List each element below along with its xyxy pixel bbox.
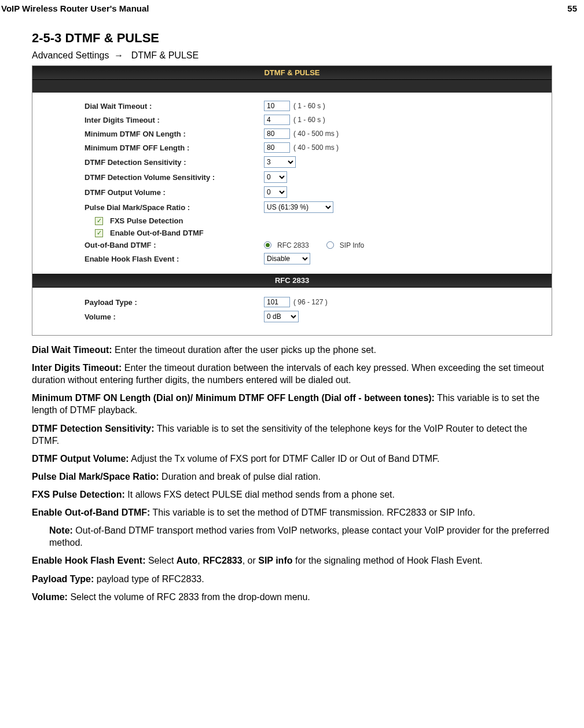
det-vol-label: DTMF Detection Volume Sensitivity :	[85, 173, 264, 182]
volume-select[interactable]: 0 dB	[264, 311, 299, 322]
inter-digits-label: Inter Digits Timeout :	[85, 116, 264, 124]
page-number: 55	[567, 3, 577, 13]
fxs-pulse-label: FXS Pulse Detection	[110, 216, 183, 225]
desc-term: Inter Digits Timeout:	[32, 363, 122, 373]
payload-input[interactable]	[264, 297, 290, 307]
desc-term: SIP info	[258, 556, 292, 565]
desc-term: Auto	[177, 556, 197, 565]
page-header: VoIP Wireless Router User's Manual 55	[0, 0, 584, 13]
min-off-label: Minimum DTMF OFF Length :	[85, 144, 264, 152]
oob-sipinfo-text: SIP Info	[340, 241, 364, 249]
desc-text: Select the volume of RFC 2833 from the d…	[68, 592, 310, 602]
desc-text: payload type of RFC2833.	[94, 574, 204, 584]
desc-term: Minimum DTMF ON Length (Dial on)/ Minimu…	[32, 393, 435, 403]
breadcrumb-arrow: →	[114, 50, 123, 60]
config-screenshot: DTMF & PULSE Dial Wait Timeout : ( 1 - 6…	[32, 65, 552, 336]
volume-label: Volume :	[85, 312, 264, 321]
rfc2833-title-bar: RFC 2833	[32, 274, 552, 288]
oob-dtmf-label: Enable Out-of-Band DTMF	[110, 229, 204, 237]
desc-text: , or	[243, 556, 259, 565]
min-off-hint: ( 40 - 500 ms )	[293, 144, 339, 152]
note-text: Out-of-Band DTMF transport method varies…	[49, 525, 549, 547]
desc-text: This variable is to set the method of DT…	[150, 508, 475, 517]
pulse-ratio-select[interactable]: US (61:39 %)	[264, 201, 333, 213]
desc-term: Enable Hook Flash Event:	[32, 556, 145, 565]
desc-term: DTMF Output Volume:	[32, 454, 129, 464]
hook-flash-select[interactable]: Disable	[264, 253, 310, 264]
desc-text: Adjust the Tx volume of FXS port for DTM…	[129, 454, 440, 464]
note-term: Note:	[49, 525, 73, 535]
det-sens-label: DTMF Detection Sensitivity :	[85, 158, 264, 167]
oob-sipinfo-radio[interactable]	[326, 241, 334, 249]
oob-mode-label: Out-of-Band DTMF :	[85, 241, 264, 249]
oob-rfc2833-text: RFC 2833	[277, 241, 309, 249]
desc-text: for the signaling method of Hook Flash E…	[292, 556, 482, 565]
hook-flash-label: Enable Hook Flash Event :	[85, 255, 264, 263]
desc-text: It allows FXS detect PULSE dial method s…	[125, 490, 395, 499]
det-vol-select[interactable]: 0	[264, 171, 287, 183]
desc-term: DTMF Detection Sensitivity:	[32, 424, 155, 433]
breadcrumb-part: Advanced Settings	[32, 50, 109, 60]
min-off-input[interactable]	[264, 142, 290, 153]
desc-term: Pulse Dial Mark/Space Ratio:	[32, 472, 159, 481]
oob-rfc2833-radio[interactable]	[264, 241, 271, 249]
min-on-input[interactable]	[264, 128, 290, 139]
description-text: Dial Wait Timeout: Enter the timeout dur…	[32, 344, 552, 603]
desc-term: Payload Type:	[32, 574, 94, 584]
out-vol-select[interactable]: 0	[264, 186, 287, 198]
desc-term: Volume:	[32, 592, 68, 602]
desc-term: RFC2833	[203, 556, 242, 565]
desc-term: Enable Out-of-Band DTMF:	[32, 508, 150, 517]
fxs-pulse-checkbox[interactable]: ✓	[95, 217, 103, 225]
desc-text: Enter the timeout duration after the use…	[112, 345, 376, 355]
sub-header-strip	[32, 80, 552, 93]
out-vol-label: DTMF Output Volume :	[85, 188, 264, 197]
payload-label: Payload Type :	[85, 298, 264, 307]
min-on-label: Minimum DTMF ON Length :	[85, 130, 264, 138]
desc-text: ,	[197, 556, 203, 565]
oob-dtmf-checkbox[interactable]: ✓	[95, 229, 103, 237]
dial-wait-label: Dial Wait Timeout :	[85, 102, 264, 111]
section-title-bar: DTMF & PULSE	[32, 66, 552, 80]
pulse-ratio-label: Pulse Dial Mark/Space Ratio :	[85, 203, 264, 212]
dial-wait-input[interactable]	[264, 101, 290, 111]
inter-digits-hint: ( 1 - 60 s )	[293, 116, 325, 124]
desc-text: Duration and break of pulse dial ration.	[159, 472, 321, 481]
manual-title: VoIP Wireless Router User's Manual	[1, 3, 149, 13]
desc-term: FXS Pulse Detection:	[32, 490, 125, 499]
section-heading: 2-5-3 DTMF & PULSE	[32, 31, 552, 46]
payload-hint: ( 96 - 127 )	[293, 298, 328, 306]
desc-text: Select	[145, 556, 176, 565]
dial-wait-hint: ( 1 - 60 s )	[293, 102, 325, 110]
min-on-hint: ( 40 - 500 ms )	[293, 130, 339, 138]
breadcrumb-part: DTMF & PULSE	[131, 50, 199, 60]
desc-term: Dial Wait Timeout:	[32, 345, 112, 355]
breadcrumb: Advanced Settings → DTMF & PULSE	[32, 50, 552, 61]
det-sens-select[interactable]: 3	[264, 156, 296, 168]
inter-digits-input[interactable]	[264, 115, 290, 125]
